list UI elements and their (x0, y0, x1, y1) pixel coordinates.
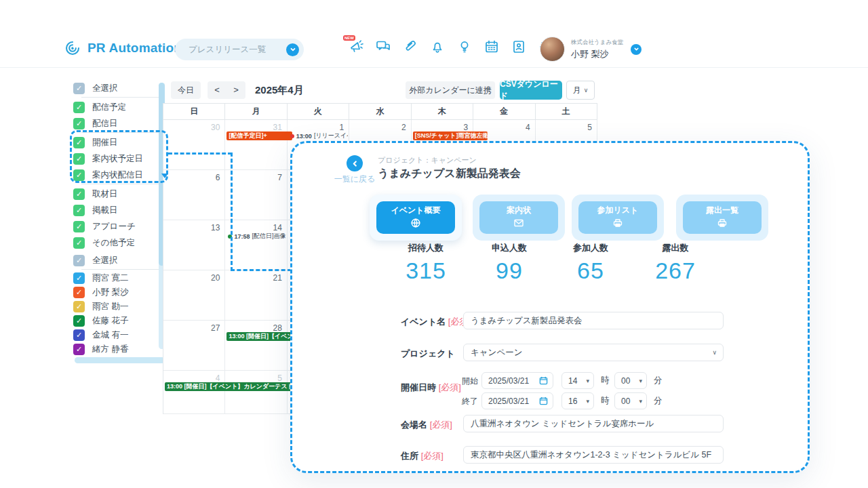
end-minute-select[interactable]: 00▾ (614, 392, 647, 409)
checkbox-checked-icon[interactable]: ✓ (73, 255, 85, 266)
calendar-day-cell[interactable]: 7 (225, 170, 287, 220)
start-hour-select[interactable]: 14▾ (561, 372, 594, 389)
tab-2[interactable]: 案内状 (473, 195, 565, 241)
sidebar-item-member[interactable]: ✓佐藤 花子 (73, 315, 128, 327)
event-name-input[interactable] (463, 312, 724, 329)
sidebar-item-filter[interactable]: ✓取材日 (73, 188, 118, 200)
project-select[interactable]: キャンペーン ∨ (463, 344, 724, 361)
sidebar-item-filter[interactable]: ✓配信日 (73, 118, 118, 129)
date-number: 6 (216, 173, 220, 182)
venue-input[interactable] (463, 415, 724, 432)
checkbox-checked-icon[interactable]: ✓ (73, 221, 85, 232)
sidebar-item-label: 緒方 静香 (92, 344, 128, 355)
checkbox-checked-icon[interactable]: ✓ (73, 287, 85, 298)
checkbox-checked-icon[interactable]: ✓ (73, 301, 85, 312)
prev-month-button[interactable]: < (208, 81, 226, 99)
tab-button[interactable]: 露出一覧 (683, 201, 762, 234)
chat-icon[interactable] (374, 38, 392, 56)
external-calendar-button[interactable]: 外部カレンダーに連携 (406, 81, 495, 99)
checkbox-checked-icon[interactable]: ✓ (73, 329, 85, 341)
calendar-day-cell[interactable]: 21 (225, 270, 287, 321)
checkbox-checked-icon[interactable]: ✓ (73, 169, 85, 181)
calendar-day-cell[interactable]: 13 (163, 220, 225, 270)
calendar-event-dot[interactable]: 17:58[配信日]画像サイズテ (228, 232, 285, 241)
calendar-day-cell[interactable]: 5 (225, 371, 287, 414)
day-header-cell: 火 (288, 104, 349, 120)
checkbox-checked-icon[interactable]: ✓ (73, 137, 85, 148)
lightbulb-icon[interactable] (456, 38, 473, 56)
user-profile[interactable]: 株式会社うまみ食堂 小野 梨沙 (540, 37, 642, 62)
calendar-day-cell[interactable]: 1417:58[配信日]画像サイズテ (225, 220, 287, 270)
user-chevron-down-icon[interactable] (631, 44, 642, 55)
sidebar-item-member[interactable]: ✓小野 梨沙 (73, 287, 128, 298)
sidebar-item-member[interactable]: ✓金城 有一 (73, 329, 128, 341)
sidebar-select-all-members[interactable]: ✓全選択 (73, 255, 118, 266)
calendar-event-bar[interactable]: [配信予定日]+ (226, 131, 292, 140)
paperclip-icon[interactable] (401, 38, 419, 56)
calendar-view-select[interactable]: 月 ∨ (566, 81, 595, 100)
bell-icon[interactable] (429, 38, 446, 56)
checkbox-checked-icon[interactable]: ✓ (73, 188, 85, 200)
tab-button[interactable]: イベント概要 (376, 201, 455, 234)
calendar-event-bar[interactable]: [SNS/チャット]雨宮徳左衛門 (413, 131, 488, 140)
calendar-event-bar[interactable]: 13:00 [開催日]【イベント】カレンダーテスト (165, 382, 292, 391)
checkbox-checked-icon[interactable]: ✓ (73, 272, 85, 284)
next-month-button[interactable]: > (226, 81, 245, 99)
start-minute-select[interactable]: 00▾ (614, 372, 647, 389)
calendar-day-cell[interactable]: 20 (163, 270, 225, 321)
app-logo: PR Automation (64, 39, 182, 57)
checkbox-checked-icon[interactable]: ✓ (73, 237, 85, 249)
date-number: 5 (277, 373, 282, 383)
sidebar-item-filter[interactable]: ✓アプローチ (73, 221, 136, 232)
tab-3[interactable]: 参加リスト (572, 195, 664, 241)
calendar-day-cell[interactable]: 6 (163, 170, 225, 220)
sidebar-item-filter[interactable]: ✓その他予定 (73, 237, 135, 249)
calendar-event-bar[interactable]: 13:00 [開催日]【イベント】カ (226, 332, 292, 341)
connector-dashed-line (231, 152, 233, 271)
stat-value: 99 (465, 258, 553, 284)
press-release-dropdown[interactable]: プレスリリース一覧 (175, 39, 304, 60)
end-date-input[interactable]: 2025/03/21 (481, 392, 553, 409)
sidebar-item-filter[interactable]: ✓掲載日 (73, 205, 118, 216)
checkbox-checked-icon[interactable]: ✓ (73, 153, 85, 165)
calendar-icon[interactable] (483, 38, 500, 56)
back-to-list-label[interactable]: 一覧に戻る (328, 174, 382, 185)
calendar-day-cell[interactable]: 413:00 [開催日]【イベント】カレンダーテスト (163, 371, 225, 414)
megaphone-icon[interactable]: NEW (347, 38, 365, 56)
start-date-input[interactable]: 2025/03/21 (481, 372, 553, 389)
tab-4[interactable]: 露出一覧 (676, 195, 768, 241)
calendar-day-cell[interactable]: 27 (163, 321, 225, 371)
sidebar-select-all[interactable]: ✓全選択 (73, 83, 118, 94)
sidebar-item-filter[interactable]: ✓開催日 (73, 137, 118, 148)
tab-active-1[interactable]: イベント概要 (370, 195, 462, 241)
sidebar-item-filter[interactable]: ✓案内状配信日 (73, 169, 143, 181)
calendar-event-dot[interactable]: 13:00[リリースイベント内| (290, 131, 348, 140)
sidebar-item-label: その他予定 (92, 237, 135, 249)
sidebar-item-member[interactable]: ✓雨宮 寛二 (73, 272, 128, 284)
address-input[interactable] (463, 446, 724, 464)
sidebar-item-member[interactable]: ✓緒方 静香 (73, 344, 128, 355)
today-button[interactable]: 今日 (171, 81, 201, 99)
printer-icon (717, 218, 728, 230)
contacts-icon[interactable] (510, 38, 528, 56)
checkbox-checked-icon[interactable]: ✓ (73, 102, 85, 113)
calendar-day-cell[interactable]: 30 (163, 120, 225, 170)
sidebar-item-filter[interactable]: ✓案内状予定日 (73, 153, 143, 165)
calendar-day-cell[interactable]: 2813:00 [開催日]【イベント】カ (225, 321, 287, 371)
calendar-day-cell[interactable]: 31[配信予定日]+ (225, 120, 287, 170)
chevron-down-icon: ▾ (586, 378, 589, 384)
tab-button[interactable]: 案内状 (479, 201, 558, 234)
back-button[interactable] (347, 155, 363, 171)
checkbox-checked-icon[interactable]: ✓ (73, 118, 85, 129)
sidebar-horizontal-scrollbar[interactable] (75, 357, 165, 363)
checkbox-checked-icon[interactable]: ✓ (73, 315, 85, 327)
sidebar-item-filter[interactable]: ✓配信予定 (73, 102, 126, 113)
checkbox-checked-icon[interactable]: ✓ (73, 344, 85, 355)
sidebar-item-member[interactable]: ✓雨宮 勘一 (73, 301, 128, 312)
sidebar-divider (81, 132, 159, 133)
tab-button[interactable]: 参加リスト (578, 201, 657, 234)
checkbox-checked-icon[interactable]: ✓ (73, 205, 85, 216)
csv-download-button[interactable]: CSVダウンロード (500, 81, 562, 100)
checkbox-checked-icon[interactable]: ✓ (73, 83, 85, 94)
end-hour-select[interactable]: 16▾ (561, 392, 594, 409)
